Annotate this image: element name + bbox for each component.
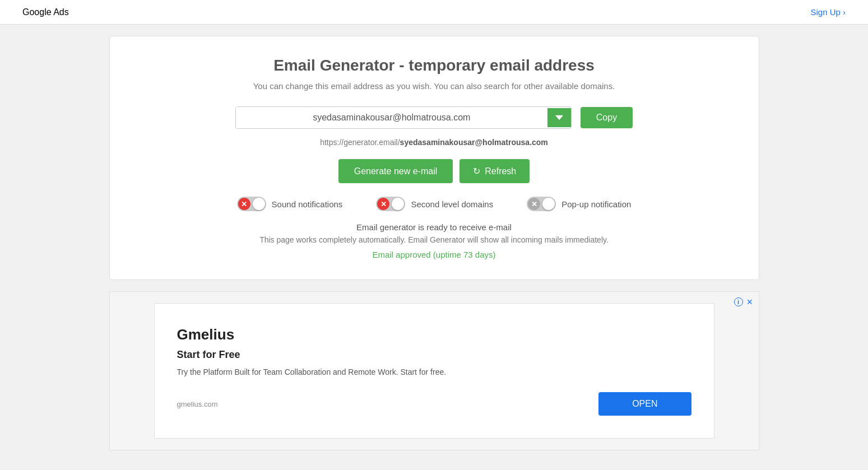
status-auto-text: This page works completely automatically… [132, 235, 736, 244]
google-ads-label: Google Ads [22, 7, 69, 17]
refresh-button[interactable]: ↻ Refresh [459, 159, 530, 183]
popup-notification-track: ✕ [527, 197, 556, 211]
sound-notifications-toggle[interactable]: ✕ [237, 197, 266, 211]
ad-brand: Gmelius [177, 326, 691, 343]
second-level-domains-toggle-item: ✕ Second level domains [376, 197, 493, 211]
chevron-down-icon [555, 114, 563, 122]
ad-tagline: Start for Free [177, 349, 691, 361]
top-bar: Google Ads Sign Up › [0, 0, 868, 25]
ad-footer: gmelius.com OPEN [177, 392, 691, 416]
ad-open-button[interactable]: OPEN [598, 392, 691, 416]
refresh-label: Refresh [485, 166, 516, 176]
ad-inner: Gmelius Start for Free Try the Platform … [154, 303, 714, 439]
card-title: Email Generator - temporary email addres… [132, 57, 736, 75]
second-level-domains-label: Second level domains [411, 199, 493, 209]
second-level-domains-x: ✕ [377, 198, 389, 210]
second-level-domains-thumb [392, 198, 404, 210]
email-input[interactable] [236, 107, 547, 128]
copy-button[interactable]: Copy [581, 107, 633, 128]
popup-notification-toggle-item: ✕ Pop-up notification [527, 197, 631, 211]
action-buttons: Generate new e-mail ↻ Refresh [132, 159, 736, 183]
email-input-wrapper [235, 106, 572, 129]
permalink-row: https://generator.email/syedasaminakousa… [132, 138, 736, 147]
ad-description: Try the Platform Built for Team Collabor… [177, 367, 691, 376]
permalink-email: syedasaminakousar@holmatrousa.com [400, 138, 548, 147]
main-container: Email Generator - temporary email addres… [98, 25, 770, 450]
popup-notification-toggle[interactable]: ✕ [527, 197, 556, 211]
popup-notification-x: ✕ [528, 198, 540, 210]
toggle-row: ✕ Sound notifications ✕ Second level dom… [132, 197, 736, 211]
email-input-row: Copy [132, 106, 736, 129]
email-generator-card: Email Generator - temporary email addres… [109, 36, 759, 280]
sound-notifications-track: ✕ [237, 197, 266, 211]
sound-notifications-toggle-item: ✕ Sound notifications [237, 197, 343, 211]
sound-notifications-x: ✕ [238, 198, 250, 210]
second-level-domains-track: ✕ [376, 197, 405, 211]
card-subtitle: You can change this email address as you… [132, 81, 736, 91]
permalink-prefix: https://generator.email/ [320, 138, 400, 147]
popup-notification-thumb [542, 198, 555, 210]
refresh-icon: ↻ [473, 166, 480, 176]
signup-link[interactable]: Sign Up › [810, 7, 846, 17]
sound-notifications-label: Sound notifications [272, 199, 343, 209]
sound-notifications-thumb [253, 198, 265, 210]
status-ready-text: Email generator is ready to receive e-ma… [132, 222, 736, 232]
ad-close-icon[interactable]: ✕ [746, 297, 753, 306]
second-level-domains-toggle[interactable]: ✕ [376, 197, 405, 211]
ad-info-icons: i ✕ [734, 297, 753, 306]
dropdown-button[interactable] [547, 108, 571, 127]
info-icon[interactable]: i [734, 297, 743, 306]
generate-button[interactable]: Generate new e-mail [338, 159, 453, 183]
popup-notification-label: Pop-up notification [561, 199, 631, 209]
ad-container: i ✕ Gmelius Start for Free Try the Platf… [109, 291, 759, 450]
uptime-text: Email approved (uptime 73 days) [132, 250, 736, 259]
ad-url: gmelius.com [177, 400, 218, 408]
